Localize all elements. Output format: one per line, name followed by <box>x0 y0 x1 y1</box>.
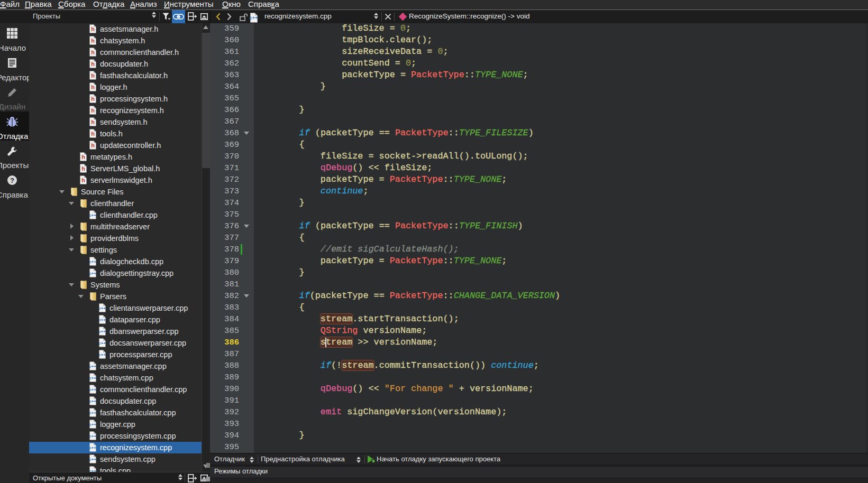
svg-text:h: h <box>91 119 95 125</box>
svg-text:h: h <box>81 177 85 183</box>
svg-text:h: h <box>81 165 85 172</box>
svg-text:c++: c++ <box>89 271 96 276</box>
svg-text:c++: c++ <box>89 422 96 427</box>
svg-text:c++: c++ <box>89 399 96 404</box>
svg-text:?: ? <box>10 177 14 184</box>
svg-text:c++: c++ <box>89 376 96 380</box>
svg-text:h: h <box>91 26 95 32</box>
svg-text:h: h <box>81 154 85 160</box>
svg-text:c++: c++ <box>89 387 96 392</box>
svg-text:h: h <box>91 142 95 148</box>
svg-text:h: h <box>91 107 95 114</box>
svg-text:c++: c++ <box>89 213 96 218</box>
svg-text:c++: c++ <box>99 352 106 357</box>
svg-text:c++: c++ <box>89 259 96 264</box>
svg-text:h: h <box>91 61 95 67</box>
svg-text:h: h <box>91 38 95 44</box>
svg-text:c++: c++ <box>89 445 96 450</box>
svg-text:h: h <box>91 84 95 90</box>
svg-text:c++: c++ <box>99 318 106 322</box>
svg-text:h: h <box>91 96 95 102</box>
svg-text:c++: c++ <box>89 434 96 439</box>
svg-text:c++: c++ <box>89 411 96 415</box>
svg-text:c++: c++ <box>99 329 106 334</box>
svg-text:h: h <box>91 131 95 137</box>
svg-text:c++: c++ <box>250 15 258 21</box>
svg-text:c++: c++ <box>89 457 96 462</box>
svg-text:c++: c++ <box>99 306 106 311</box>
svg-text:h: h <box>91 49 95 55</box>
svg-text:c++: c++ <box>99 341 106 346</box>
svg-text:h: h <box>91 72 95 79</box>
svg-text:c++: c++ <box>89 364 96 369</box>
